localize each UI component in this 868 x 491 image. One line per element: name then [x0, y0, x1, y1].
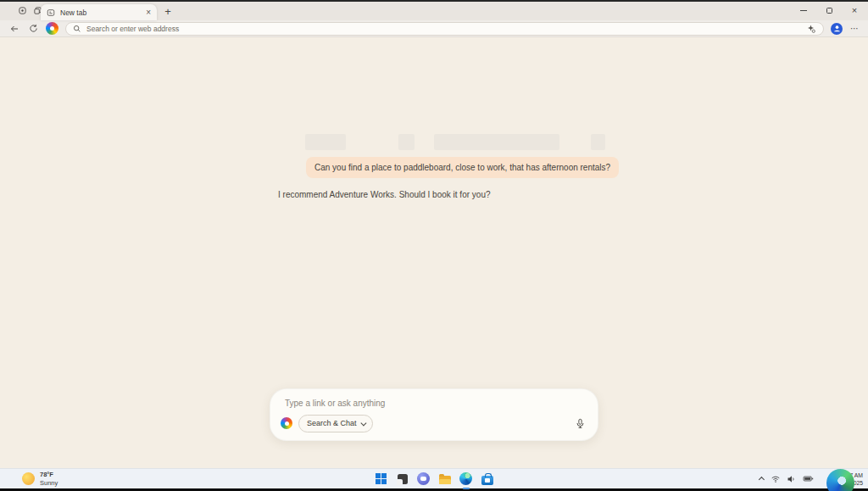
- browser-essentials-icon[interactable]: [806, 24, 816, 34]
- task-view-button[interactable]: [395, 471, 409, 486]
- search-icon: [73, 25, 81, 33]
- mode-label: Search & Chat: [307, 419, 357, 427]
- chevron-down-icon: [360, 420, 365, 425]
- hidden-icons-chevron-icon[interactable]: [759, 477, 765, 483]
- store-bag-icon: [481, 476, 493, 485]
- speaker-icon[interactable]: [787, 474, 797, 484]
- chat-bubble-icon: [417, 472, 430, 485]
- sunny-weather-icon: [22, 472, 35, 485]
- task-view-icon: [398, 474, 408, 484]
- colorful-orb-overlay: [826, 469, 854, 491]
- browser-toolbar: ⋯: [0, 20, 868, 37]
- wifi-icon[interactable]: [771, 474, 781, 484]
- chat-app-button[interactable]: [416, 471, 431, 486]
- faded-text-block: [591, 134, 605, 150]
- address-bar[interactable]: [65, 22, 824, 36]
- refresh-icon[interactable]: [27, 23, 39, 35]
- search-chat-mode-button[interactable]: Search & Chat: [298, 415, 373, 432]
- screen: New tab × + ×: [0, 0, 868, 491]
- settings-menu-icon[interactable]: ⋯: [850, 24, 860, 33]
- taskbar-apps: [374, 469, 494, 488]
- weather-temp: 78°F: [40, 471, 58, 479]
- microphone-icon[interactable]: [573, 416, 587, 430]
- address-input[interactable]: [86, 25, 801, 33]
- composer-box[interactable]: Search & Chat: [270, 388, 598, 441]
- composer-input[interactable]: [285, 396, 583, 410]
- minimize-button[interactable]: [797, 4, 810, 16]
- store-button[interactable]: [480, 471, 494, 486]
- tab-title: New tab: [60, 8, 141, 17]
- file-explorer-button[interactable]: [437, 471, 452, 486]
- tab-strip: New tab × + ×: [0, 2, 868, 20]
- system-tray: [760, 469, 814, 488]
- toolbar-right: ⋯: [831, 23, 860, 35]
- back-icon[interactable]: [8, 23, 20, 35]
- start-button[interactable]: [374, 471, 388, 486]
- weather-text: 78°F Sunny: [40, 471, 58, 488]
- workspaces-icon[interactable]: [17, 5, 28, 16]
- new-tab-page: Can you find a place to paddleboard, clo…: [0, 37, 868, 468]
- new-tab-button[interactable]: +: [161, 4, 175, 18]
- browser-tab-new-tab[interactable]: New tab ×: [41, 4, 157, 20]
- window-controls: ×: [797, 3, 861, 17]
- weather-condition: Sunny: [40, 479, 58, 488]
- close-button[interactable]: ×: [848, 4, 861, 16]
- maximize-button[interactable]: [822, 4, 836, 16]
- taskbar: 78°F Sunny: [0, 468, 868, 488]
- composer-controls: Search & Chat: [281, 414, 587, 432]
- tab-close-icon[interactable]: ×: [146, 8, 151, 17]
- faded-text-block: [305, 134, 346, 150]
- user-message-bubble: Can you find a place to paddleboard, clo…: [306, 157, 619, 178]
- active-app-indicator: [463, 488, 470, 489]
- faded-text-block: [434, 134, 559, 150]
- folder-icon: [439, 476, 451, 484]
- edge-browser-button[interactable]: [459, 471, 473, 486]
- copilot-logo-icon[interactable]: [46, 22, 58, 35]
- copilot-logo-icon: [281, 417, 292, 429]
- battery-icon[interactable]: [803, 473, 814, 484]
- assistant-message: I recommend Adventure Works. Should I bo…: [278, 190, 491, 199]
- edge-logo-icon: [459, 472, 472, 485]
- windows-logo-icon: [376, 473, 387, 484]
- profile-avatar[interactable]: [831, 23, 843, 35]
- faded-text-block: [398, 134, 415, 150]
- tab-favicon-icon: [47, 8, 55, 17]
- weather-widget[interactable]: 78°F Sunny: [22, 469, 58, 488]
